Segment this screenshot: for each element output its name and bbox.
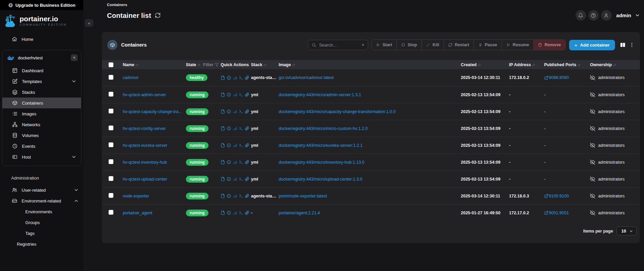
- published-port-link[interactable]: 8086:8080: [549, 75, 569, 80]
- published-port-link[interactable]: -: [544, 92, 545, 97]
- logs-icon[interactable]: [221, 143, 225, 147]
- container-name-link[interactable]: node-exporter: [123, 194, 149, 198]
- image-link[interactable]: portainer/agent:2.21.4: [279, 211, 320, 215]
- environment-header[interactable]: dockerhvtest ×: [2, 50, 81, 65]
- inspect-icon[interactable]: [227, 76, 231, 80]
- console-icon[interactable]: [239, 109, 243, 114]
- attach-icon[interactable]: [245, 126, 249, 131]
- column-header-created[interactable]: Created ↓↑: [459, 62, 507, 67]
- restart-button[interactable]: Restart: [444, 40, 474, 50]
- container-name-link[interactable]: hv-qctest-capacity-change-tra...: [123, 109, 182, 114]
- sidebar-item-host[interactable]: Host: [2, 152, 81, 162]
- console-icon[interactable]: [239, 160, 243, 164]
- image-link[interactable]: dockerregistry:443/micro/upload-center:1…: [279, 177, 362, 182]
- image-link[interactable]: dockerregistry:443/micro/micro-custom-hv…: [279, 126, 368, 131]
- column-header-state[interactable]: State ↓↑ Filter: [184, 62, 219, 67]
- stats-icon[interactable]: [233, 177, 237, 181]
- image-link[interactable]: gcr.io/cadvisor/cadvisor:latest: [279, 75, 334, 80]
- column-header-published-ports[interactable]: Published Ports ↓↑: [542, 62, 588, 67]
- logs-icon[interactable]: [221, 211, 225, 215]
- container-name-link[interactable]: portainer_agent: [123, 211, 152, 215]
- console-icon[interactable]: [239, 194, 243, 198]
- container-name-link[interactable]: hv-qctest-inventory-hub: [123, 160, 167, 165]
- sidebar-item-containers[interactable]: Containers: [2, 98, 81, 108]
- stats-icon[interactable]: [233, 109, 237, 114]
- console-icon[interactable]: [239, 126, 243, 131]
- row-checkbox[interactable]: [109, 176, 113, 181]
- search-input[interactable]: [318, 42, 359, 48]
- breadcrumb[interactable]: Containers: [107, 3, 640, 7]
- row-checkbox[interactable]: [109, 210, 113, 215]
- filter-label[interactable]: Filter: [203, 62, 214, 67]
- column-header-ownership[interactable]: Ownership ↓↑: [588, 62, 640, 67]
- column-header-stack[interactable]: Stack ↓↑: [249, 62, 277, 67]
- sidebar-item-user-related[interactable]: User-related: [0, 185, 83, 195]
- console-icon[interactable]: [239, 76, 243, 80]
- pause-button[interactable]: Pause: [474, 40, 502, 50]
- published-port-link[interactable]: 9105:9100: [549, 194, 569, 198]
- user-avatar[interactable]: [601, 10, 612, 21]
- console-icon[interactable]: [239, 143, 243, 147]
- column-header-ip-address[interactable]: IP Address ↓↑: [507, 62, 542, 67]
- attach-icon[interactable]: [245, 194, 249, 198]
- console-icon[interactable]: [239, 177, 243, 181]
- sidebar-item-environment-related[interactable]: Environment-related: [0, 195, 83, 206]
- image-link[interactable]: prom/node-exporter:latest: [279, 194, 327, 198]
- help-button[interactable]: [588, 10, 599, 21]
- image-link[interactable]: dockerregistry:443/micro/inventory-hub:1…: [279, 160, 364, 165]
- stats-icon[interactable]: [233, 126, 237, 131]
- published-port-link[interactable]: -: [544, 160, 545, 165]
- row-checkbox[interactable]: [109, 193, 113, 198]
- columns-icon[interactable]: [620, 42, 626, 48]
- attach-icon[interactable]: [245, 160, 249, 164]
- sidebar-item-images[interactable]: Images: [2, 108, 81, 119]
- resume-button[interactable]: Resume: [502, 40, 534, 50]
- stats-icon[interactable]: [233, 76, 237, 80]
- column-header-name[interactable]: Name ↓↑: [121, 62, 184, 67]
- kebab-menu-icon[interactable]: [629, 42, 635, 48]
- image-link[interactable]: dockerregistry:443/micro/admin-server:1.…: [279, 92, 361, 97]
- attach-icon[interactable]: [245, 92, 249, 97]
- select-all-checkbox[interactable]: [109, 62, 113, 67]
- attach-icon[interactable]: [245, 109, 249, 114]
- chevron-down-icon[interactable]: [635, 13, 640, 18]
- sidebar-item-networks[interactable]: Networks: [2, 119, 81, 130]
- row-checkbox[interactable]: [109, 92, 113, 97]
- sidebar-item-templates[interactable]: Templates: [2, 76, 81, 87]
- sidebar-item-tags[interactable]: Tags: [0, 228, 83, 239]
- published-port-link[interactable]: -: [544, 177, 545, 182]
- logs-icon[interactable]: [221, 194, 225, 198]
- sidebar-item-home[interactable]: Home: [0, 34, 83, 44]
- container-name-link[interactable]: hv-qctest-admin-server: [123, 92, 166, 97]
- attach-icon[interactable]: [245, 211, 249, 215]
- attach-icon[interactable]: [245, 76, 249, 80]
- items-per-page-select[interactable]: 10: [617, 226, 637, 236]
- logs-icon[interactable]: [221, 126, 225, 131]
- sidebar-collapse-button[interactable]: «: [85, 19, 93, 27]
- row-checkbox[interactable]: [109, 159, 113, 164]
- sidebar-item-stacks[interactable]: Stacks: [2, 87, 81, 98]
- inspect-icon[interactable]: [227, 160, 231, 164]
- refresh-icon[interactable]: [155, 12, 161, 18]
- stats-icon[interactable]: [233, 211, 237, 215]
- row-checkbox[interactable]: [109, 142, 113, 147]
- attach-icon[interactable]: [245, 143, 249, 147]
- console-icon[interactable]: [239, 211, 243, 215]
- sidebar-item-dashboard[interactable]: Dashboard: [2, 65, 81, 76]
- start-button[interactable]: Start: [372, 40, 396, 50]
- notifications-button[interactable]: [576, 10, 586, 21]
- published-port-link[interactable]: -: [544, 126, 545, 131]
- image-link[interactable]: dockerregistry:443/micro/capacity-change…: [279, 109, 396, 114]
- inspect-icon[interactable]: [227, 92, 231, 97]
- user-menu[interactable]: admin: [616, 12, 631, 18]
- container-name-link[interactable]: hv-qctest-config-server: [123, 126, 166, 131]
- published-port-link[interactable]: -: [544, 109, 545, 114]
- stats-icon[interactable]: [233, 160, 237, 164]
- inspect-icon[interactable]: [227, 126, 231, 131]
- inspect-icon[interactable]: [227, 143, 231, 147]
- remove-button[interactable]: Remove: [533, 40, 565, 50]
- search-clear-icon[interactable]: ×: [362, 43, 364, 47]
- environment-close-button[interactable]: ×: [71, 54, 78, 61]
- logs-icon[interactable]: [221, 160, 225, 164]
- published-port-link[interactable]: -: [544, 143, 545, 148]
